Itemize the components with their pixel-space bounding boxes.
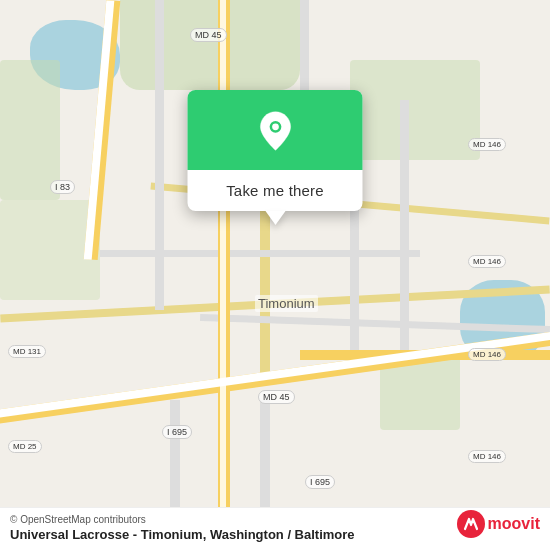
svg-point-1 xyxy=(272,123,279,130)
popup-green-header xyxy=(188,90,363,170)
green-park-2 xyxy=(0,60,60,200)
road-small-7 xyxy=(260,400,270,520)
moovit-logo: moovit xyxy=(457,510,540,538)
moovit-logo-icon xyxy=(457,510,485,538)
take-me-there-button[interactable]: Take me there xyxy=(226,182,324,199)
green-park-1 xyxy=(120,0,300,90)
road-label-md146-3: MD 146 xyxy=(468,348,506,361)
road-label-md131: MD 131 xyxy=(8,345,46,358)
road-small-10 xyxy=(400,100,409,350)
road-label-i83: I 83 xyxy=(50,180,75,194)
location-popup: Take me there xyxy=(188,90,363,211)
road-label-i695-2: I 695 xyxy=(305,475,335,489)
location-pin-icon xyxy=(254,110,296,152)
road-label-i695-1: I 695 xyxy=(162,425,192,439)
map-container: MD 45 I 83 MD 146 MD 146 MD 146 MD 146 M… xyxy=(0,0,550,550)
road-label-md45-top: MD 45 xyxy=(190,28,227,42)
road-label-md146-1: MD 146 xyxy=(468,138,506,151)
road-small-8 xyxy=(155,0,164,310)
road-small-4 xyxy=(100,250,420,257)
road-small-6 xyxy=(170,400,180,520)
road-label-md25: MD 25 xyxy=(8,440,42,453)
green-park-4 xyxy=(350,60,480,160)
road-label-md146-4: MD 146 xyxy=(468,450,506,463)
moovit-text: moovit xyxy=(488,515,540,533)
road-label-md146-2: MD 146 xyxy=(468,255,506,268)
popup-button-area[interactable]: Take me there xyxy=(188,170,363,211)
timonium-label: Timonium xyxy=(255,295,318,312)
road-label-md45-bottom: MD 45 xyxy=(258,390,295,404)
road-md45-inner xyxy=(220,0,226,550)
